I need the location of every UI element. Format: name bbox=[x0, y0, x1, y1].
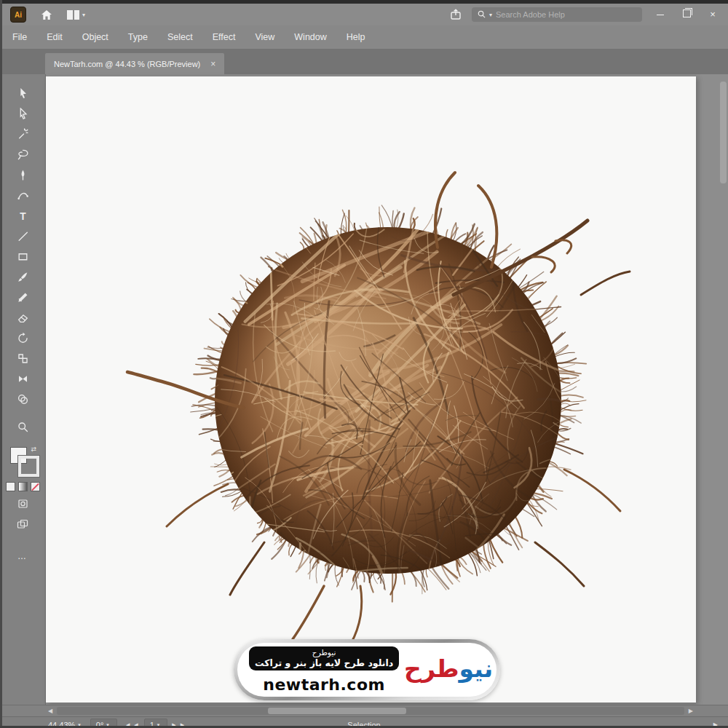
horizontal-scrollbar-thumb[interactable] bbox=[268, 708, 406, 714]
screen-mode-button[interactable] bbox=[17, 519, 28, 532]
type-icon: T bbox=[17, 210, 29, 222]
vertical-scrollbar[interactable] bbox=[719, 77, 727, 702]
chevron-down-icon: ▾ bbox=[489, 12, 492, 18]
scroll-right-icon[interactable]: ▶ bbox=[689, 706, 693, 716]
tabbar: NewTarh.com @ 44.43 % (RGB/Preview) × bbox=[0, 49, 728, 74]
illustrator-window: Ai ▾ ▾ Search Adobe Help × bbox=[0, 0, 728, 728]
width-icon bbox=[17, 373, 29, 385]
draw-mode-button[interactable] bbox=[17, 499, 28, 512]
watermark-logo-red: طرح bbox=[404, 657, 459, 681]
menubar: File Edit Object Type Select Effect View… bbox=[0, 25, 728, 49]
menu-view[interactable]: View bbox=[255, 32, 274, 42]
scroll-left-icon[interactable]: ◀ bbox=[48, 706, 52, 716]
search-icon bbox=[478, 8, 486, 21]
menu-help[interactable]: Help bbox=[347, 32, 365, 42]
watermark-logo-blue: نیو bbox=[459, 657, 494, 681]
pencil-tool[interactable] bbox=[10, 287, 35, 307]
direct-selection-icon bbox=[17, 108, 29, 120]
zoom-icon bbox=[17, 421, 29, 433]
menu-window[interactable]: Window bbox=[294, 32, 326, 42]
edit-toolbar-button[interactable]: … bbox=[17, 551, 28, 561]
coconut-artwork bbox=[46, 76, 696, 703]
restore-button[interactable] bbox=[678, 7, 695, 22]
tools-panel: T ⇄ … bbox=[0, 74, 46, 705]
menu-edit[interactable]: Edit bbox=[47, 32, 63, 42]
search-input[interactable]: ▾ Search Adobe Help bbox=[472, 7, 642, 22]
rectangle-tool[interactable] bbox=[10, 246, 35, 266]
pen-tool[interactable] bbox=[10, 165, 35, 185]
rectangle-icon bbox=[17, 250, 29, 263]
swap-fill-stroke-icon[interactable]: ⇄ bbox=[31, 446, 36, 453]
horizontal-scrollbar-track[interactable] bbox=[57, 707, 684, 715]
watermark-brand-text: نیوطرح bbox=[255, 648, 393, 657]
document-tab[interactable]: NewTarh.com @ 44.43 % (RGB/Preview) × bbox=[45, 53, 224, 74]
menu-effect[interactable]: Effect bbox=[213, 32, 236, 42]
paintbrush-tool[interactable] bbox=[10, 266, 35, 287]
pencil-icon bbox=[17, 291, 29, 304]
rotate-tool[interactable] bbox=[10, 328, 35, 348]
tab-close-icon[interactable]: × bbox=[210, 59, 215, 69]
curvature-icon bbox=[17, 189, 29, 202]
watermark-black-box: نیوطرح دانلود طرح لایه باز بنر و تراکت bbox=[249, 646, 399, 670]
arrange-documents-icon[interactable]: ▾ bbox=[67, 10, 85, 20]
vertical-scrollbar-thumb[interactable] bbox=[720, 82, 727, 183]
menu-file[interactable]: File bbox=[12, 32, 27, 42]
scale-tool[interactable] bbox=[10, 348, 35, 368]
illustrator-app-icon[interactable]: Ai bbox=[10, 7, 26, 23]
shape-builder-tool[interactable] bbox=[10, 389, 35, 409]
pasteboard: نیوطرح دانلود طرح لایه باز بنر و تراکت n… bbox=[46, 74, 728, 705]
type-tool[interactable]: T bbox=[10, 205, 35, 226]
fill-stroke-swatches[interactable]: ⇄ bbox=[9, 447, 36, 476]
magic-wand-icon bbox=[17, 128, 29, 141]
minimize-button[interactable] bbox=[652, 7, 668, 22]
pen-icon bbox=[17, 169, 29, 181]
rotate-icon bbox=[17, 332, 29, 344]
color-button[interactable] bbox=[6, 482, 15, 491]
line-icon bbox=[17, 230, 29, 242]
search-placeholder: Search Adobe Help bbox=[496, 10, 565, 19]
watermark-logo: نیوطرح bbox=[400, 643, 496, 697]
close-button[interactable]: × bbox=[705, 7, 721, 22]
svg-text:T: T bbox=[20, 210, 26, 221]
chevron-down-icon: ▾ bbox=[82, 12, 85, 18]
eraser-tool[interactable] bbox=[10, 307, 35, 328]
stroke-color-swatch[interactable] bbox=[18, 456, 39, 477]
none-button[interactable] bbox=[31, 482, 40, 491]
titlebar: Ai ▾ ▾ Search Adobe Help × bbox=[0, 4, 728, 25]
zoom-tool[interactable] bbox=[10, 416, 35, 437]
home-icon[interactable] bbox=[41, 9, 52, 20]
curvature-tool[interactable] bbox=[10, 185, 35, 205]
width-tool[interactable] bbox=[10, 368, 35, 389]
menu-object[interactable]: Object bbox=[82, 32, 108, 42]
selection-tool[interactable] bbox=[10, 83, 35, 103]
paintbrush-icon bbox=[17, 271, 29, 283]
menu-type[interactable]: Type bbox=[128, 32, 148, 42]
direct-selection-tool[interactable] bbox=[10, 103, 35, 124]
watermark-domain-text: newtarh.com bbox=[249, 676, 399, 694]
line-tool[interactable] bbox=[10, 226, 35, 246]
gradient-button[interactable] bbox=[18, 482, 28, 491]
document-tab-title: NewTarh.com @ 44.43 % (RGB/Preview) bbox=[54, 60, 200, 68]
artboard-canvas[interactable]: نیوطرح دانلود طرح لایه باز بنر و تراکت n… bbox=[46, 76, 696, 703]
menu-select[interactable]: Select bbox=[167, 32, 193, 42]
shape-builder-icon bbox=[17, 393, 29, 405]
lasso-icon bbox=[17, 149, 29, 161]
lasso-tool[interactable] bbox=[10, 144, 35, 165]
magic-wand-tool[interactable] bbox=[10, 124, 35, 144]
share-icon[interactable] bbox=[450, 9, 462, 20]
eraser-icon bbox=[17, 312, 29, 324]
horizontal-scrollbar[interactable]: ◀ ▶ bbox=[0, 705, 728, 716]
scale-icon bbox=[17, 352, 29, 365]
watermark-badge: نیوطرح دانلود طرح لایه باز بنر و تراکت n… bbox=[234, 639, 500, 700]
watermark-tagline-text: دانلود طرح لایه باز بنر و تراکت bbox=[255, 657, 393, 668]
window-left-edge bbox=[0, 0, 2, 728]
selection-icon bbox=[17, 87, 29, 100]
